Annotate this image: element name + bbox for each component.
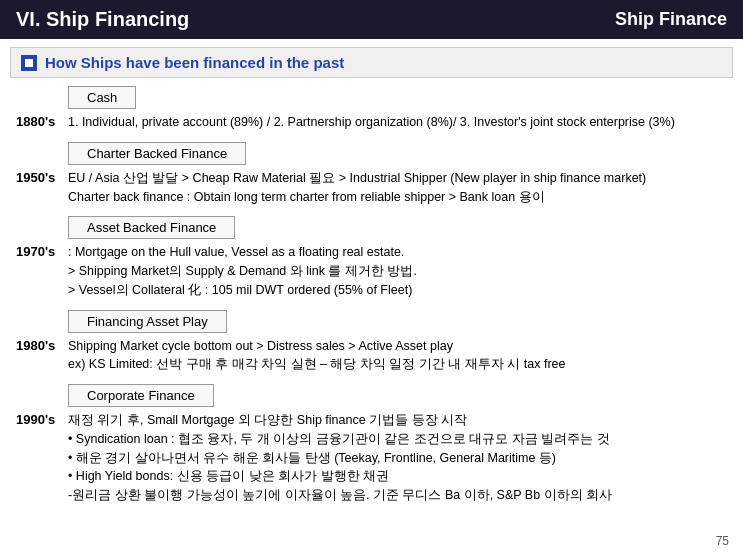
section-title: How Ships have been financed in the past [45,54,344,71]
era-row-1990s: 1990's Corporate Finance 재정 위기 후, Small … [16,384,727,505]
era-label-1980s: 1980's [16,310,68,353]
cash-button[interactable]: Cash [68,86,136,109]
era-text-1980s: Shipping Market cycle bottom out > Distr… [68,337,727,375]
era-row-1970s: 1970's Asset Backed Finance : Mortgage o… [16,216,727,299]
header-title-right: Ship Finance [615,9,727,30]
era-content-1880s: Cash 1. Individual, private account (89%… [68,86,727,132]
corporate-finance-button[interactable]: Corporate Finance [68,384,214,407]
era-row-1880s: 1880's Cash 1. Individual, private accou… [16,86,727,132]
era-label-1880s: 1880's [16,86,68,129]
era-content-1970s: Asset Backed Finance : Mortgage on the H… [68,216,727,299]
page-number: 75 [716,534,729,548]
era-content-1990s: Corporate Finance 재정 위기 후, Small Mortgag… [68,384,727,505]
charter-backed-finance-button[interactable]: Charter Backed Finance [68,142,246,165]
era-row-1950s: 1950's Charter Backed Finance EU / Asia … [16,142,727,207]
era-text-1880s: 1. Individual, private account (89%) / 2… [68,113,727,132]
era-text-1950s: EU / Asia 산업 발달 > Cheap Raw Material 필요 … [68,169,727,207]
era-label-1990s: 1990's [16,384,68,427]
era-text-1970s: : Mortgage on the Hull value, Vessel as … [68,243,727,299]
header-title-left: VI. Ship Financing [16,8,189,31]
section-title-bar: How Ships have been financed in the past [10,47,733,78]
era-content-1950s: Charter Backed Finance EU / Asia 산업 발달 >… [68,142,727,207]
era-label-1970s: 1970's [16,216,68,259]
era-content-1980s: Financing Asset Play Shipping Market cyc… [68,310,727,375]
era-row-1980s: 1980's Financing Asset Play Shipping Mar… [16,310,727,375]
era-text-1990s: 재정 위기 후, Small Mortgage 외 다양한 Ship finan… [68,411,727,505]
page-header: VI. Ship Financing Ship Finance [0,0,743,39]
financing-asset-play-button[interactable]: Financing Asset Play [68,310,227,333]
era-label-1950s: 1950's [16,142,68,185]
main-content: 1880's Cash 1. Individual, private accou… [0,82,743,531]
section-icon [21,55,37,71]
asset-backed-finance-button[interactable]: Asset Backed Finance [68,216,235,239]
